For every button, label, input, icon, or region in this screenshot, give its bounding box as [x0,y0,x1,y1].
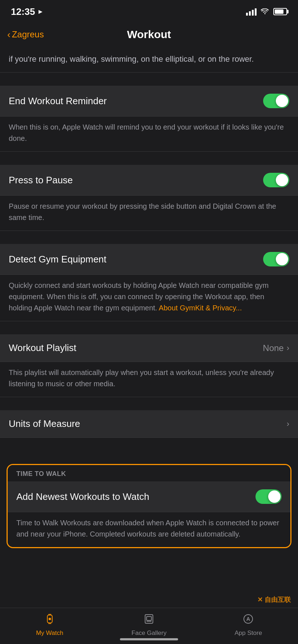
units-of-measure-section: Units of Measure › [0,410,298,438]
end-workout-reminder-label: End Workout Reminder [9,95,107,107]
signal-bars [246,8,257,16]
toggle-knob [276,95,288,107]
detect-gym-equipment-section: Detect Gym Equipment Quickly connect and… [0,244,298,321]
status-time: 12:35 ► [11,6,44,17]
divider-5 [0,397,298,410]
status-bar: 12:35 ► [0,0,298,22]
toggle-knob-2 [276,174,288,186]
app-store-label: App Store [235,629,262,637]
nav-bar: ‹ Zagreus Workout [0,22,298,47]
time-to-walk-description: Time to Walk Workouts are downloaded whe… [8,512,290,547]
add-newest-workouts-toggle[interactable] [255,489,282,504]
workout-playlist-value: None [263,343,283,353]
units-of-measure-row[interactable]: Units of Measure › [0,410,298,438]
back-chevron-icon: ‹ [7,29,11,40]
top-description-text: if you're running, walking, swimming, on… [9,54,254,64]
battery-icon [273,8,287,15]
divider-6 [0,438,298,451]
face-gallery-icon [143,613,155,627]
svg-text:A: A [246,616,250,622]
signal-bar-3 [252,10,254,16]
signal-bar-2 [249,11,251,16]
end-workout-reminder-section: End Workout Reminder When this is on, Ap… [0,86,298,152]
wifi-icon [260,7,270,16]
status-icons [246,7,287,16]
workout-playlist-description: This playlist will automatically play wh… [0,362,298,397]
press-to-pause-row: Press to Pause [0,165,298,196]
chevron-right-icon-2: › [287,419,289,429]
page-title: Workout [127,28,171,41]
tab-face-gallery[interactable]: Face Gallery [99,613,198,637]
signal-bar-1 [246,13,248,16]
detect-gym-equipment-description: Quickly connect and start workouts by ho… [0,275,298,321]
tab-app-store[interactable]: A App Store [199,613,298,637]
location-icon: ► [37,8,44,16]
top-description: if you're running, walking, swimming, on… [0,47,298,73]
face-gallery-label: Face Gallery [132,629,166,637]
svg-rect-5 [146,616,151,620]
app-store-icon: A [242,613,254,627]
my-watch-icon [44,613,56,627]
my-watch-label: My Watch [36,629,63,637]
end-workout-reminder-toggle[interactable] [263,94,289,108]
signal-bar-4 [255,8,257,16]
workout-playlist-label: Workout Playlist [9,342,76,354]
divider-4 [0,321,298,334]
workout-playlist-right: None › [263,343,289,353]
end-workout-reminder-row: End Workout Reminder [0,86,298,117]
back-label: Zagreus [12,29,44,40]
units-of-measure-label: Units of Measure [9,418,80,429]
end-workout-reminder-description: When this is on, Apple Watch will remind… [0,117,298,152]
home-indicator [120,638,178,640]
press-to-pause-description: Pause or resume your workout by pressing… [0,196,298,231]
add-newest-workouts-label: Add Newest Workouts to Watch [16,491,149,502]
time-to-walk-highlight: TIME TO WALK Add Newest Workouts to Watc… [7,464,291,548]
toggle-knob-3 [276,253,288,265]
back-button[interactable]: ‹ Zagreus [7,29,44,40]
gymkit-privacy-link[interactable]: About GymKit & Privacy... [159,304,242,312]
svg-rect-2 [48,623,51,624]
press-to-pause-label: Press to Pause [9,175,73,186]
divider-7 [0,451,298,464]
add-newest-workouts-row: Add Newest Workouts to Watch [8,481,290,512]
tab-my-watch[interactable]: My Watch [0,613,99,637]
divider-2 [0,152,298,165]
time-display: 12:35 [11,6,35,17]
divider-3 [0,231,298,244]
detect-gym-equipment-label: Detect Gym Equipment [9,254,106,265]
svg-point-3 [48,618,51,620]
detect-gym-equipment-toggle[interactable] [263,252,289,266]
press-to-pause-section: Press to Pause Pause or resume your work… [0,165,298,231]
units-of-measure-right: › [287,419,289,429]
watermark: ✕ 自由互联 [257,595,291,604]
time-to-walk-header: TIME TO WALK [8,465,290,481]
chevron-right-icon-1: › [287,343,289,353]
divider-1 [0,73,298,86]
detect-gym-equipment-row: Detect Gym Equipment [0,244,298,275]
press-to-pause-toggle[interactable] [263,173,289,187]
battery-fill [275,9,283,14]
toggle-knob-4 [268,490,281,503]
workout-playlist-section: Workout Playlist None › This playlist wi… [0,334,298,397]
svg-rect-1 [48,614,51,615]
workout-playlist-row[interactable]: Workout Playlist None › [0,334,298,362]
time-to-walk-wrapper: TIME TO WALK Add Newest Workouts to Watc… [0,464,298,559]
content-area: if you're running, walking, swimming, on… [0,47,298,608]
